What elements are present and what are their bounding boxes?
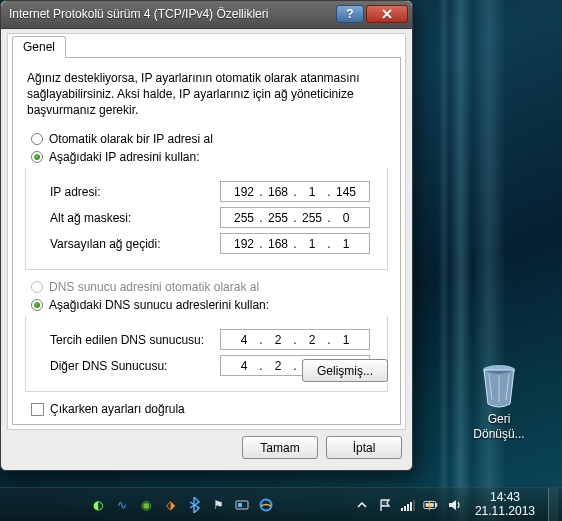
ip-address-label: IP adresi:: [50, 185, 220, 199]
tray-icon[interactable]: ∿: [114, 497, 130, 513]
svg-rect-7: [410, 502, 412, 511]
svg-rect-10: [435, 503, 437, 507]
advanced-button[interactable]: Gelişmiş...: [302, 359, 388, 382]
radio-dns-auto-label: DNS sunucu adresini otomatik olarak al: [49, 280, 259, 294]
recycle-bin-icon[interactable]: Geri Dönüşü...: [464, 360, 534, 441]
ipv4-properties-dialog: Internet Protokolü sürüm 4 (TCP/IPv4) Öz…: [0, 0, 413, 471]
dns-preferred-label: Tercih edilen DNS sunucusu:: [50, 333, 220, 347]
ip-group: IP adresi: 192. 168. 1. 145 Alt ağ maske…: [25, 168, 388, 270]
cancel-button[interactable]: İptal: [326, 436, 402, 459]
svg-rect-6: [407, 504, 409, 511]
ip-address-input[interactable]: 192. 168. 1. 145: [220, 181, 370, 202]
radio-icon: [31, 133, 43, 145]
tray-icon[interactable]: ◐: [90, 497, 106, 513]
bluetooth-icon[interactable]: [186, 497, 202, 513]
network-icon[interactable]: [400, 497, 416, 513]
recycle-bin-label: Geri Dönüşü...: [464, 412, 534, 441]
gateway-input[interactable]: 192. 168. 1. 1: [220, 233, 370, 254]
ie-icon[interactable]: [258, 497, 274, 513]
gateway-label: Varsayılan ağ geçidi:: [50, 237, 220, 251]
dns-alternate-label: Diğer DNS Sunucusu:: [50, 359, 220, 373]
svg-rect-5: [404, 506, 406, 511]
radio-ip-auto[interactable]: Otomatik olarak bir IP adresi al: [31, 132, 388, 146]
help-button[interactable]: ?: [336, 5, 364, 23]
tray-icon[interactable]: [234, 497, 250, 513]
tab-general[interactable]: Genel: [12, 36, 66, 58]
flag-icon[interactable]: [377, 497, 393, 513]
intro-text: Ağınız destekliyorsa, IP ayarlarının oto…: [27, 70, 388, 119]
volume-icon[interactable]: [446, 497, 462, 513]
trash-icon: [477, 360, 521, 408]
nvidia-icon[interactable]: ◉: [138, 497, 154, 513]
clock-time: 14:43: [475, 491, 535, 505]
chevron-up-icon[interactable]: [354, 497, 370, 513]
checkbox-icon: [31, 403, 44, 416]
validate-label: Çıkarken ayarları doğrula: [50, 402, 185, 416]
tray-icon[interactable]: ⬗: [162, 497, 178, 513]
close-icon: [381, 9, 393, 19]
battery-icon[interactable]: [423, 497, 439, 513]
radio-dns-auto: DNS sunucu adresini otomatik olarak al: [31, 280, 388, 294]
taskbar-clock[interactable]: 14:43 21.11.2013: [469, 491, 541, 519]
window-title: Internet Protokolü sürüm 4 (TCP/IPv4) Öz…: [9, 7, 334, 21]
svg-rect-8: [413, 500, 415, 511]
subnet-mask-input[interactable]: 255. 255. 255. 0: [220, 207, 370, 228]
clock-date: 21.11.2013: [475, 505, 535, 519]
dialog-client: Genel Ağınız destekliyorsa, IP ayarların…: [7, 33, 406, 431]
radio-ip-auto-label: Otomatik olarak bir IP adresi al: [49, 132, 213, 146]
close-button[interactable]: [366, 5, 408, 23]
validate-checkbox[interactable]: Çıkarken ayarları doğrula: [31, 402, 388, 416]
svg-rect-2: [238, 503, 242, 507]
tray-icon[interactable]: ⚑: [210, 497, 226, 513]
radio-icon: [31, 281, 43, 293]
ok-button[interactable]: Tamam: [242, 436, 318, 459]
svg-rect-4: [401, 508, 403, 511]
subnet-mask-label: Alt ağ maskesi:: [50, 211, 220, 225]
dns-preferred-input[interactable]: 4. 2. 2. 1: [220, 329, 370, 350]
show-desktop-button[interactable]: [548, 488, 558, 522]
taskbar[interactable]: ◐ ∿ ◉ ⬗ ⚑ 14:43 21.11.201: [0, 487, 562, 521]
titlebar[interactable]: Internet Protokolü sürüm 4 (TCP/IPv4) Öz…: [1, 1, 412, 29]
